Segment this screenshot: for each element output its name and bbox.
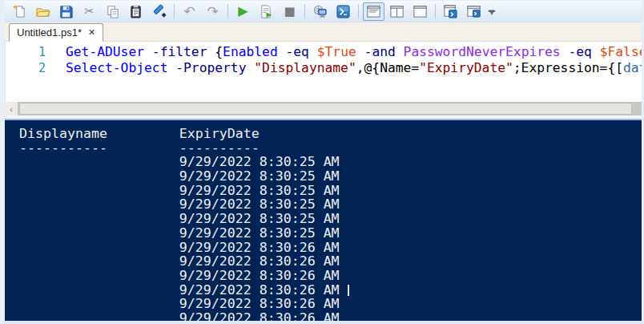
show-script-pane-top-button[interactable] [363,2,384,21]
console-pane[interactable]: Displayname ExpiryDate----------- ------… [5,120,642,321]
code-line-2[interactable]: 2Select-Object -Property "Displayname",@… [6,60,642,76]
script-editor-pane[interactable]: 1Get-ADUser -filter {Enabled -eq $True -… [5,42,642,102]
powershell-ise-window: ✂↶↷▶■▬▾ Untitled1.ps1* ✕ 1Get-ADUser -fi… [0,0,644,324]
start-powershell-button[interactable] [332,2,354,21]
redo-arrow-icon: ↷ [207,5,218,18]
scrollbar-thumb[interactable] [19,103,632,115]
save-floppy-icon [58,4,74,19]
show-script-pane-right-button[interactable] [386,2,408,21]
code-line-1[interactable]: 1Get-ADUser -filter {Enabled -eq $True -… [6,44,642,60]
console-output-row: 9/29/2022 8:30:25 AM [19,184,642,198]
cut-button[interactable]: ✂ [78,2,100,21]
toolbar-separator [304,4,305,18]
clear-console-pane-button[interactable] [148,2,170,21]
code-text: Get-ADUser -filter {Enabled -eq $True -a… [46,44,642,60]
run-play-icon: ▶ [238,5,248,18]
console-output-row: 9/29/2022 8:30:26 AM [19,254,642,269]
console-output-row: 9/29/2022 8:30:25 AM [19,155,642,169]
paste-button[interactable] [125,2,147,21]
toolbar-separator [435,4,436,18]
toolbar-separator [227,4,228,18]
new-remote-powershell-tab-button[interactable] [309,2,331,21]
save-button[interactable] [55,2,77,21]
new-script-button[interactable] [9,2,30,21]
show-script-pane-maximized-button[interactable] [409,2,431,21]
run-selection-icon [259,4,274,19]
clear-console-icon [151,4,167,19]
tab-close-icon[interactable]: ✕ [88,27,95,38]
line-number: 1 [6,44,46,60]
script-tab-bar: Untitled1.ps1* ✕ [5,22,642,42]
console-text-cursor [348,285,349,296]
script-pane-maximized-icon [413,4,428,19]
toolbar: ✂↶↷▶■▬▾ [5,1,642,22]
line-number: 2 [6,60,46,76]
console-output-row: 9/29/2022 8:30:26 AM [19,269,642,283]
tab-label: Untitled1.ps1* [17,26,82,38]
console-output-row: 9/29/2022 8:30:26 AM [19,311,642,321]
run-script-button[interactable]: ▶ [232,2,254,21]
tab-untitled1[interactable]: Untitled1.ps1* ✕ [9,23,103,42]
console-output-row: 9/29/2022 8:30:26 AM [19,283,642,298]
powershell-tab-window-icon [443,4,458,19]
new-powershell-tab-button[interactable] [440,2,461,21]
console-header-row: Displayname ExpiryDate [19,127,642,141]
console-output-row: 9/29/2022 8:30:25 AM [19,212,642,226]
powershell-window-icon [466,4,481,19]
toolbar-separator [358,4,359,18]
paste-clipboard-icon [128,4,143,19]
stop-square-icon: ■ [284,6,295,18]
run-selection-button[interactable] [256,2,277,21]
copy-icon [105,4,120,19]
cut-scissors-icon: ✂ [84,6,95,18]
script-pane-top-icon [366,4,381,19]
new-script-icon [12,4,27,19]
stop-operation-button[interactable]: ■ [279,2,300,21]
redo-button[interactable]: ↷ [202,2,223,21]
undo-arrow-icon: ↶ [183,5,195,18]
toolbar-overflow-button[interactable]: ▬▾ [485,2,498,21]
console-output-row: 9/29/2022 8:30:25 AM [19,226,642,241]
copy-button[interactable] [102,2,123,21]
console-output-row: 9/29/2022 8:30:25 AM [19,169,642,184]
console-underline-row: ----------- ---------- [19,141,642,156]
open-folder-icon [35,4,50,19]
console-output-row: 9/29/2022 8:30:25 AM [19,197,642,212]
open-script-button[interactable] [32,2,54,21]
remote-computer-icon [312,4,328,19]
show-command-window-button[interactable] [463,2,485,21]
scroll-left-arrow-icon[interactable]: ‹ [5,102,18,115]
script-pane-right-icon [389,4,405,19]
undo-button[interactable]: ↶ [179,2,200,21]
toolbar-separator [174,4,175,18]
editor-horizontal-scrollbar[interactable]: ‹ [5,102,642,115]
code-text: Select-Object -Property "Displayname",@{… [46,60,642,76]
console-output-row: 9/29/2022 8:30:26 AM [19,297,642,311]
console-output-row: 9/29/2022 8:30:26 AM [19,241,642,255]
powershell-logo-icon [336,4,351,19]
